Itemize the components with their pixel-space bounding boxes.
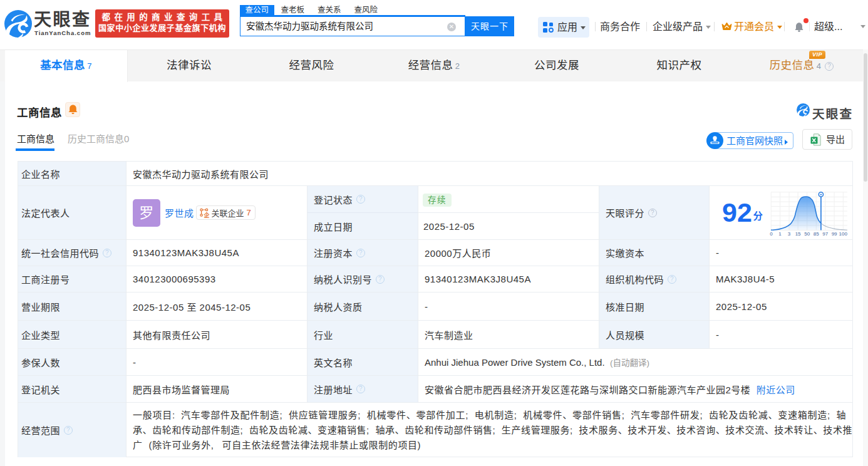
svg-text:85: 85 (814, 231, 819, 237)
svg-text:97: 97 (822, 231, 828, 237)
svg-text:50: 50 (804, 231, 810, 237)
svg-text:99: 99 (832, 231, 837, 237)
svg-text:15: 15 (795, 231, 801, 237)
svg-text:3: 3 (788, 231, 791, 237)
svg-text:100: 100 (839, 231, 848, 237)
svg-text:0: 0 (770, 231, 773, 237)
svg-text:1: 1 (778, 231, 782, 237)
svg-text:企: 企 (203, 212, 209, 218)
